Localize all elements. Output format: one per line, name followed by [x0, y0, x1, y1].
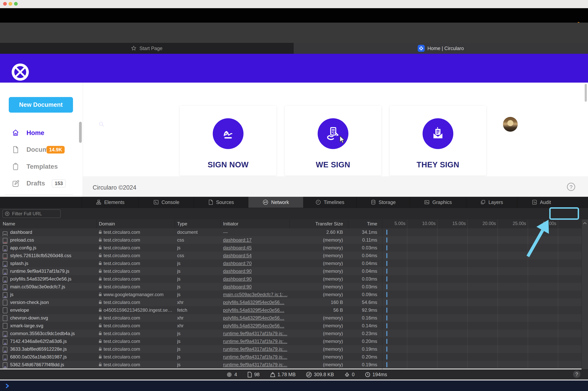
request-initiator-link[interactable]: dashboard:45 [223, 244, 287, 252]
circularo-logo-icon[interactable] [11, 63, 29, 81]
page-scrollbar-thumb[interactable] [585, 84, 587, 102]
network-request-row[interactable]: cssstyles.726118cfb5260d48.css test.circ… [0, 252, 582, 260]
network-request-row[interactable]: JS7142.4346a8e62f2a63d6.js test.circular… [0, 337, 582, 345]
request-initiator-link[interactable]: runtime.9ef9a4317af1fa79.js:… [223, 361, 287, 369]
devtools-help-button[interactable]: ? [573, 371, 581, 378]
upload-icon [344, 372, 350, 378]
column-header-name[interactable]: Name [3, 219, 15, 228]
network-request-row[interactable]: csspreload.css test.circularo.com css da… [0, 236, 582, 244]
request-type: css [177, 252, 218, 260]
request-domain: test.circularo.com [104, 354, 140, 359]
request-initiator-link[interactable]: polyfills.54a6329f54ec0e56… [223, 298, 287, 306]
browser-tab-start-page[interactable]: Start Page [0, 43, 294, 54]
file-type-icon: JS [3, 331, 7, 337]
request-time: 0.03ms [346, 244, 377, 252]
request-initiator-link[interactable]: polyfills.54a6329f54ec0e56… [223, 314, 287, 322]
request-type: js [177, 345, 218, 353]
column-header-transfer-size[interactable]: Transfer Size [290, 219, 343, 228]
network-request-row[interactable]: JScommon.35563cc9dc1edb4a.js test.circul… [0, 330, 582, 337]
traffic-light-close[interactable] [3, 2, 7, 6]
request-initiator-link[interactable]: runtime.9ef9a4317af1fa79.js:… [223, 345, 287, 353]
devtools-tab-network[interactable]: Network [248, 197, 303, 208]
column-header-type[interactable]: Type [177, 219, 187, 228]
page-footer: Circularo ©2024 ? [83, 176, 588, 197]
request-name: polyfills.54a6329f54ec0e56.js [10, 276, 72, 282]
network-request-row[interactable]: JSjs www.googletagmanager.com js main.cc… [0, 291, 582, 298]
card-sign-now[interactable]: SIGN NOW [180, 106, 276, 176]
devtools-tab-audit[interactable]: Audit [517, 197, 565, 208]
request-name: main.cc509ac3e0edcfc7.js [10, 284, 65, 289]
network-request-row[interactable]: <>dashboard test.circularo.com document … [0, 228, 582, 236]
user-menu-caret-icon[interactable] [573, 123, 577, 125]
network-request-row[interactable]: chevron-down.svg test.circularo.com xhr … [0, 314, 582, 322]
devtools-tab-layers[interactable]: Layers [466, 197, 517, 208]
signature-icon [213, 118, 243, 149]
network-request-row[interactable]: JSmain.cc509ac3e0edcfc7.js test.circular… [0, 283, 582, 291]
network-request-row[interactable]: JS5362.54fd678677f4f8dd.js test.circular… [0, 361, 582, 369]
network-request-row[interactable]: JS3633.3abf8ed65912228e.js test.circular… [0, 345, 582, 353]
devtools-tab-bar: Elements Console Sources Network Timelin… [0, 197, 588, 208]
column-header-initiator[interactable]: Initiator [223, 219, 238, 228]
request-transfer-size: (memory) [288, 314, 343, 322]
table-scrollbar[interactable] [582, 219, 588, 369]
request-name: envelope [10, 307, 29, 313]
search-icon [98, 121, 105, 127]
request-initiator-link[interactable]: — [223, 228, 287, 236]
network-request-row[interactable]: JSruntime.9ef9a4317af1fa79.js test.circu… [0, 267, 582, 275]
file-type-icon: <> [3, 231, 7, 236]
sidebar-item-drafts[interactable]: Drafts 153 [12, 179, 76, 188]
request-initiator-link[interactable]: polyfills.54a6329f54ec0e56… [223, 306, 287, 314]
request-initiator-link[interactable]: main.cc509ac3e0edcfc7.js:1:… [223, 291, 287, 298]
request-initiator-link[interactable]: runtime.9ef9a4317af1fa79.js:… [223, 337, 287, 345]
sidebar-item-documents[interactable]: Documents 14.9K [12, 145, 76, 154]
devtools-tab-elements[interactable]: Elements [82, 197, 139, 208]
network-request-row[interactable]: envelope o4505159621345280.ingest.se… fe… [0, 306, 582, 314]
console-prompt-bar[interactable] [0, 381, 588, 391]
user-avatar[interactable] [503, 117, 518, 132]
network-request-row[interactable]: JSapp.config.js test.circularo.com js da… [0, 244, 582, 252]
request-initiator-link[interactable]: dashboard:90 [223, 267, 287, 275]
request-name: 6800.0a026a1fab381987.js [10, 354, 67, 359]
file-type-icon: JS [3, 261, 7, 267]
request-name: 7142.4346a8e62f2a63d6.js [10, 339, 67, 344]
request-type: document [177, 228, 218, 236]
sidebar-item-home[interactable]: Home [12, 129, 76, 137]
devtools-tab-sources[interactable]: Sources [194, 197, 248, 208]
network-request-row[interactable]: JS6800.0a026a1fab381987.js test.circular… [0, 353, 582, 361]
sidebar-scrollbar-thumb[interactable] [79, 122, 82, 143]
request-initiator-link[interactable]: dashboard:90 [223, 275, 287, 283]
request-initiator-link[interactable]: runtime.9ef9a4317af1fa79.js:… [223, 330, 287, 337]
column-header-domain[interactable]: Domain [99, 219, 115, 228]
help-button[interactable]: ? [567, 183, 575, 191]
devtools-tab-timelines[interactable]: Timelines [303, 197, 356, 208]
devtools-tab-console[interactable]: Console [139, 197, 194, 208]
request-initiator-link[interactable]: runtime.9ef9a4317af1fa79.js:… [223, 353, 287, 361]
network-request-row[interactable]: JSpolyfills.54a6329f54ec0e56.js test.cir… [0, 275, 582, 283]
card-they-sign[interactable]: THEY SIGN [390, 106, 486, 176]
column-header-time[interactable]: Time [349, 219, 377, 228]
url-filter-field[interactable] [2, 209, 61, 218]
sidebar-item-templates[interactable]: Templates [12, 162, 76, 171]
devtools-tab-graphics[interactable]: Graphics [410, 197, 466, 208]
request-initiator-link[interactable]: dashboard:90 [223, 283, 287, 291]
network-request-row[interactable]: version-check.json test.circularo.com xh… [0, 298, 582, 306]
devtools-tab-storage[interactable]: Storage [356, 197, 410, 208]
request-initiator-link[interactable]: dashboard:17 [223, 236, 287, 244]
new-document-button[interactable]: New Document [9, 97, 73, 113]
traffic-light-minimize[interactable] [8, 2, 12, 6]
request-initiator-link[interactable]: dashboard:54 [223, 252, 287, 260]
request-initiator-link[interactable]: polyfills.54a6329f54ec0e56… [223, 322, 287, 330]
waterfall-bar [386, 230, 387, 235]
filter-input[interactable] [12, 211, 55, 217]
waterfall-cell [382, 322, 582, 330]
traffic-light-zoom[interactable] [14, 2, 18, 6]
network-request-row[interactable]: JSsplash.js test.circularo.com js dashbo… [0, 260, 582, 267]
browser-tab-home-circularo[interactable]: Home | Circularo [294, 43, 588, 54]
request-time: 0.11ms [346, 236, 377, 244]
file-type-icon [3, 323, 7, 329]
request-domain: www.googletagmanager.com [104, 292, 163, 297]
network-rows: <>dashboard test.circularo.com document … [0, 228, 582, 369]
request-initiator-link[interactable]: dashboard:70 [223, 260, 287, 267]
network-request-row[interactable]: xmark-large.svg test.circularo.com xhr p… [0, 322, 582, 330]
card-we-sign[interactable]: WE SIGN [285, 106, 381, 176]
